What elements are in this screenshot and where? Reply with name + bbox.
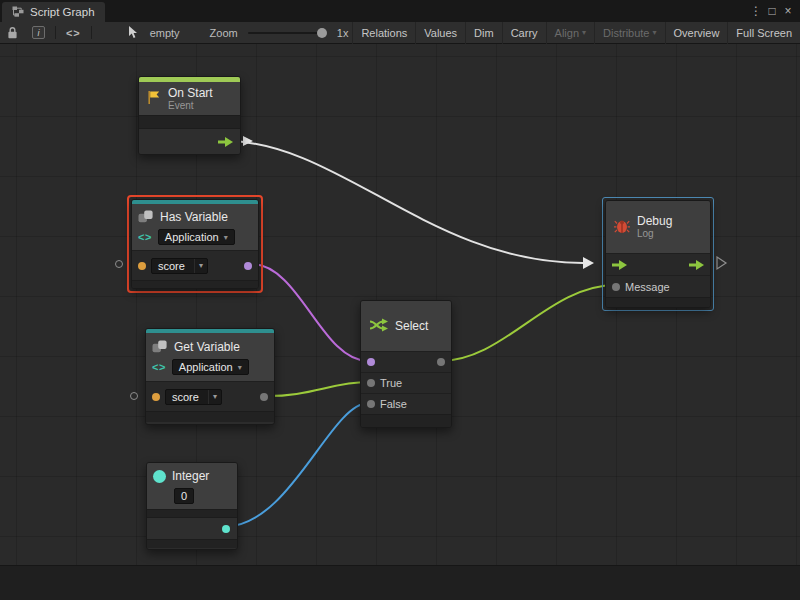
node-integer[interactable]: Integer 0 — [146, 462, 238, 550]
integer-value: 0 — [175, 490, 193, 502]
tab-script-graph[interactable]: Script Graph — [2, 2, 105, 22]
full-screen-button[interactable]: Full Screen — [727, 22, 800, 44]
result-output-port[interactable] — [244, 262, 252, 270]
lock-icon[interactable] — [0, 22, 25, 44]
node-get-variable[interactable]: Get Variable <> Application ▾ score ▾ — [145, 328, 275, 425]
carry-button[interactable]: Carry — [502, 22, 546, 44]
node-divider — [146, 411, 274, 422]
zoom-value: 1x — [333, 27, 353, 39]
node-has-variable[interactable]: Has Variable <> Application ▾ score ▾ — [131, 199, 259, 289]
unconnected-exit-arrow-icon[interactable] — [717, 257, 726, 269]
message-input-port[interactable] — [612, 283, 620, 291]
unconnected-input-port[interactable] — [115, 260, 123, 268]
port-label-false: False — [380, 398, 407, 410]
maximize-icon[interactable]: □ — [764, 0, 780, 22]
wire-getvariable-to-select-true[interactable] — [263, 382, 368, 396]
variable-scope-dropdown[interactable]: Application ▾ — [158, 229, 235, 245]
dropdown-arrow-icon: ▾ — [582, 28, 586, 37]
name-input-port[interactable] — [152, 393, 160, 401]
node-subtitle: Event — [168, 100, 213, 111]
toolbar-buttons: Relations Values Dim Carry Align ▾ Distr… — [352, 22, 800, 44]
variables-icon — [138, 210, 154, 225]
zoom-slider-knob[interactable] — [317, 28, 327, 38]
integer-output-port[interactable] — [222, 525, 230, 533]
window-menu-icon[interactable]: ⋮ — [748, 0, 764, 22]
variable-name-value: score — [166, 391, 208, 403]
node-title: Integer — [172, 470, 209, 483]
node-select[interactable]: Select True False — [360, 300, 452, 428]
bug-icon — [614, 219, 630, 236]
dim-button[interactable]: Dim — [465, 22, 502, 44]
true-input-port[interactable] — [367, 379, 375, 387]
overview-button[interactable]: Overview — [665, 22, 728, 44]
align-button-label: Align — [555, 27, 579, 39]
close-icon[interactable]: × — [780, 0, 796, 22]
window-controls: ⋮ □ × — [748, 0, 800, 22]
node-on-start[interactable]: On Start Event — [138, 76, 241, 155]
wire-select-to-debuglog-message[interactable] — [440, 285, 616, 361]
variable-name-value: score — [152, 260, 194, 272]
node-debug-log-selection: Debug Log Message — [602, 197, 714, 311]
relations-button[interactable]: Relations — [352, 22, 415, 44]
node-divider — [132, 280, 258, 288]
select-icon — [369, 318, 388, 334]
node-subtitle: Log — [637, 228, 672, 239]
node-debug-log[interactable]: Debug Log Message — [605, 200, 711, 308]
toolbar-divider — [55, 26, 56, 39]
scope-label: Application — [179, 361, 233, 373]
flag-icon — [147, 90, 161, 107]
node-divider — [147, 539, 237, 548]
node-title: On Start — [168, 87, 213, 100]
script-graph-icon — [12, 3, 24, 21]
node-divider — [361, 414, 451, 427]
toolbar-divider — [91, 26, 92, 39]
exit-output-port[interactable] — [689, 260, 704, 270]
node-divider — [139, 115, 240, 128]
condition-input-port[interactable] — [367, 358, 375, 366]
enter-input-port[interactable] — [612, 260, 627, 270]
dropdown-arrow-icon: ▾ — [224, 233, 228, 242]
false-input-port[interactable] — [367, 400, 375, 408]
integer-value-field[interactable]: 0 — [174, 488, 194, 504]
selection-output-port[interactable] — [437, 358, 445, 366]
port-label-message: Message — [625, 281, 670, 293]
node-title: Debug — [637, 215, 672, 228]
dropdown-arrow-icon: ▾ — [653, 28, 657, 37]
distribute-button[interactable]: Distribute ▾ — [594, 22, 664, 44]
graph-canvas[interactable]: On Start Event — [0, 44, 800, 600]
zoom-slider[interactable] — [248, 32, 327, 34]
node-has-variable-selection: Has Variable <> Application ▾ score ▾ — [127, 195, 263, 293]
variable-kind-icon: <> — [152, 361, 166, 373]
values-button[interactable]: Values — [415, 22, 465, 44]
field-dropdown-arrow-icon[interactable]: ▾ — [208, 390, 221, 404]
node-title: Select — [395, 320, 428, 333]
name-input-port[interactable] — [138, 262, 146, 270]
value-output-port[interactable] — [260, 393, 268, 401]
align-button[interactable]: Align ▾ — [546, 22, 594, 44]
node-divider — [606, 297, 710, 307]
trigger-output-port[interactable] — [218, 137, 233, 147]
node-divider — [147, 509, 237, 517]
variable-name-field[interactable]: score ▾ — [165, 389, 222, 405]
wire-onstart-to-debuglog[interactable] — [228, 141, 583, 263]
selection-status: empty — [146, 27, 184, 39]
zoom-label: Zoom — [206, 27, 242, 39]
inspector-toggle-icon[interactable]: i — [25, 22, 52, 44]
variables-icon — [152, 340, 168, 355]
distribute-button-label: Distribute — [603, 27, 649, 39]
field-dropdown-arrow-icon[interactable]: ▾ — [194, 259, 207, 273]
unconnected-input-port[interactable] — [130, 392, 138, 400]
variable-scope-dropdown[interactable]: Application ▾ — [172, 359, 249, 375]
graph-toolbar: i <> empty Zoom 1x Relations Values Dim … — [0, 22, 800, 44]
integer-icon — [153, 470, 166, 483]
dropdown-arrow-icon: ▾ — [238, 363, 242, 372]
variable-kind-icon: <> — [138, 231, 152, 243]
node-title: Get Variable — [174, 341, 240, 354]
code-toggle-icon[interactable]: <> — [59, 22, 88, 44]
node-title: Has Variable — [160, 211, 228, 224]
variable-name-field[interactable]: score ▾ — [151, 258, 208, 274]
script-graph-window: Script Graph ⋮ □ × i <> empty Zoom — [0, 0, 800, 600]
window-tabbar: Script Graph ⋮ □ × — [0, 0, 800, 22]
wire-end-arrowhead-icon — [583, 257, 594, 269]
tab-title: Script Graph — [30, 6, 95, 18]
